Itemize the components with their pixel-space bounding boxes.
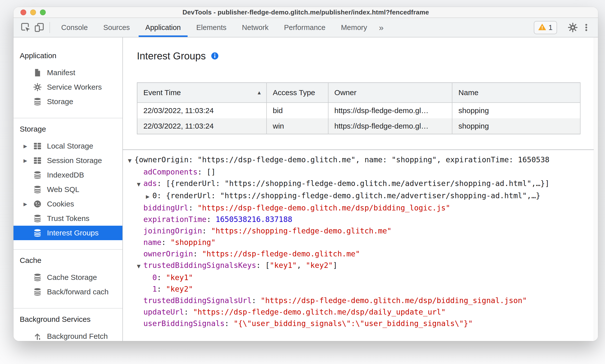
tree-line: ▼{ownerOrigin: "https://dsp-fledge-demo.… bbox=[123, 154, 598, 166]
kebab-menu-icon[interactable] bbox=[580, 23, 593, 32]
fetch-icon bbox=[33, 332, 42, 341]
tab-console[interactable]: Console bbox=[53, 18, 95, 37]
tab-sources[interactable]: Sources bbox=[95, 18, 137, 37]
string-value: "https://dsp-fledge-demo.glitch.me" bbox=[202, 249, 360, 258]
sidebar-section-background-services: Background ServicesBackground Fetch bbox=[13, 308, 122, 341]
title-bar[interactable]: DevTools - publisher-fledge-demo.glitch.… bbox=[13, 7, 598, 18]
details-divider bbox=[123, 149, 598, 150]
plain-text: : bbox=[193, 249, 202, 258]
sidebar-section-title: Background Services bbox=[13, 312, 122, 329]
issues-badge[interactable]: 1 bbox=[534, 21, 557, 34]
sidebar-item-service-workers[interactable]: Service Workers bbox=[13, 80, 122, 94]
sidebar-item-label: Storage bbox=[47, 97, 73, 106]
sidebar-item-cache-storage[interactable]: Cache Storage bbox=[13, 270, 122, 285]
plain-text: {ownerOrigin: "https://dsp-fledge-demo.g… bbox=[134, 155, 550, 164]
property-key: trustedBiddingSignalsKeys bbox=[143, 261, 256, 270]
column-header-owner[interactable]: Owner bbox=[328, 83, 452, 103]
tree-line: ownerOrigin: "https://dsp-fledge-demo.gl… bbox=[123, 248, 598, 260]
column-header-event-time[interactable]: Event Time▲ bbox=[137, 83, 267, 103]
expander-icon[interactable]: ▶ bbox=[23, 158, 33, 164]
database-icon bbox=[33, 185, 42, 194]
column-label: Access Type bbox=[273, 88, 315, 97]
tab-network[interactable]: Network bbox=[234, 18, 276, 37]
column-label: Name bbox=[458, 88, 478, 97]
property-key: updateUrl bbox=[143, 308, 184, 316]
sidebar-item-indexeddb[interactable]: IndexedDB bbox=[13, 168, 122, 182]
minimize-button[interactable] bbox=[30, 9, 36, 15]
plain-text: : bbox=[225, 319, 234, 328]
expand-icon[interactable]: ▶ bbox=[146, 191, 152, 202]
database-icon bbox=[33, 273, 42, 282]
table-cell: https://dsp-fledge-demo.gl… bbox=[328, 103, 452, 118]
close-button[interactable] bbox=[20, 9, 26, 15]
tab-elements[interactable]: Elements bbox=[189, 18, 234, 37]
sidebar-item-label: Local Storage bbox=[47, 142, 93, 150]
info-icon[interactable] bbox=[211, 52, 219, 60]
sidebar-item-trust-tokens[interactable]: Trust Tokens bbox=[13, 211, 122, 226]
tree-line: updateUrl: "https://dsp-fledge-demo.glit… bbox=[123, 306, 598, 318]
table-row[interactable]: 22/03/2022, 11:03:24winhttps://dsp-fledg… bbox=[137, 118, 580, 134]
plain-text: , bbox=[297, 261, 306, 270]
sidebar-section-title: Storage bbox=[13, 122, 122, 139]
sidebar-item-interest-groups[interactable]: Interest Groups bbox=[13, 226, 122, 240]
string-value: "https://dsp-fledge-demo.glitch.me/dsp/b… bbox=[198, 203, 450, 212]
toolbar: ConsoleSourcesApplicationElementsNetwork… bbox=[13, 18, 598, 37]
zoom-button[interactable] bbox=[40, 9, 46, 15]
sidebar-item-label: Cookies bbox=[47, 200, 74, 208]
panel-tabs: ConsoleSourcesApplicationElementsNetwork… bbox=[53, 18, 375, 37]
collapse-icon[interactable]: ▼ bbox=[128, 155, 134, 166]
sidebar-item-back-forward-cach[interactable]: Back/forward cach bbox=[13, 285, 122, 299]
table-icon bbox=[33, 156, 42, 165]
table-cell: 22/03/2022, 11:03:24 bbox=[137, 118, 267, 134]
sidebar-item-label: Service Workers bbox=[47, 83, 102, 91]
expander-icon[interactable]: ▶ bbox=[23, 201, 33, 207]
sidebar-item-background-fetch[interactable]: Background Fetch bbox=[13, 329, 122, 341]
string-value: "shopping" bbox=[170, 238, 216, 247]
table-row[interactable]: 22/03/2022, 11:03:24bidhttps://dsp-fledg… bbox=[137, 103, 580, 118]
inspect-element-icon[interactable] bbox=[19, 18, 32, 37]
sidebar-item-storage[interactable]: Storage bbox=[13, 94, 122, 109]
collapse-icon[interactable]: ▼ bbox=[137, 260, 143, 272]
sidebar-item-web-sql[interactable]: Web SQL bbox=[13, 182, 122, 197]
database-icon bbox=[33, 171, 42, 179]
sidebar-item-manifest[interactable]: Manifest bbox=[13, 65, 122, 80]
expander-icon[interactable]: ▶ bbox=[23, 143, 33, 149]
sort-ascending-icon: ▲ bbox=[257, 90, 262, 96]
column-label: Event Time bbox=[143, 88, 181, 97]
sidebar-item-session-storage[interactable]: ▶Session Storage bbox=[13, 153, 122, 168]
table-cell: 22/03/2022, 11:03:24 bbox=[137, 103, 267, 118]
column-label: Owner bbox=[334, 88, 356, 97]
tree-line: name: "shopping" bbox=[123, 237, 598, 248]
sidebar-item-label: IndexedDB bbox=[47, 171, 84, 179]
device-toolbar-icon[interactable] bbox=[32, 18, 46, 37]
sidebar-item-local-storage[interactable]: ▶Local Storage bbox=[13, 139, 122, 153]
database-icon bbox=[33, 229, 42, 237]
tab-application[interactable]: Application bbox=[138, 18, 189, 37]
scrollbar-gutter[interactable] bbox=[594, 37, 598, 341]
property-key: trustedBiddingSignalsUrl bbox=[143, 296, 252, 305]
sidebar-section-storage: Storage▶Local Storage▶Session StorageInd… bbox=[13, 118, 122, 249]
table-cell: shopping bbox=[452, 103, 580, 118]
column-header-name[interactable]: Name bbox=[452, 83, 580, 103]
warning-count: 1 bbox=[549, 23, 553, 32]
more-tabs-button[interactable]: » bbox=[375, 18, 388, 37]
table-cell: https://dsp-fledge-demo.gl… bbox=[328, 118, 452, 134]
string-value: "https://dsp-fledge-demo.glitch.me/dsp/b… bbox=[261, 296, 527, 305]
sidebar-item-label: Web SQL bbox=[47, 185, 79, 194]
plain-text: 0: {renderUrl: "https://shopping-fledge-… bbox=[152, 191, 540, 200]
plain-text: : bbox=[207, 215, 216, 224]
number-value: 1650538216.837188 bbox=[216, 215, 292, 224]
tab-performance[interactable]: Performance bbox=[276, 18, 333, 37]
file-icon bbox=[33, 68, 42, 77]
settings-gear-icon[interactable] bbox=[566, 22, 580, 32]
column-header-access-type[interactable]: Access Type bbox=[267, 83, 328, 103]
collapse-icon[interactable]: ▼ bbox=[137, 179, 143, 190]
tab-memory[interactable]: Memory bbox=[333, 18, 375, 37]
plain-text: : bbox=[161, 238, 170, 247]
string-value: "https://shopping-fledge-demo.glitch.me" bbox=[211, 226, 391, 235]
plain-text: : [{renderUrl: "https://shopping-fledge-… bbox=[157, 179, 549, 188]
main-panel: Interest Groups Event Time▲Access TypeOw… bbox=[123, 37, 598, 341]
property-key: 0 bbox=[152, 273, 157, 282]
plain-text: : bbox=[157, 285, 166, 293]
sidebar-item-cookies[interactable]: ▶Cookies bbox=[13, 197, 122, 211]
